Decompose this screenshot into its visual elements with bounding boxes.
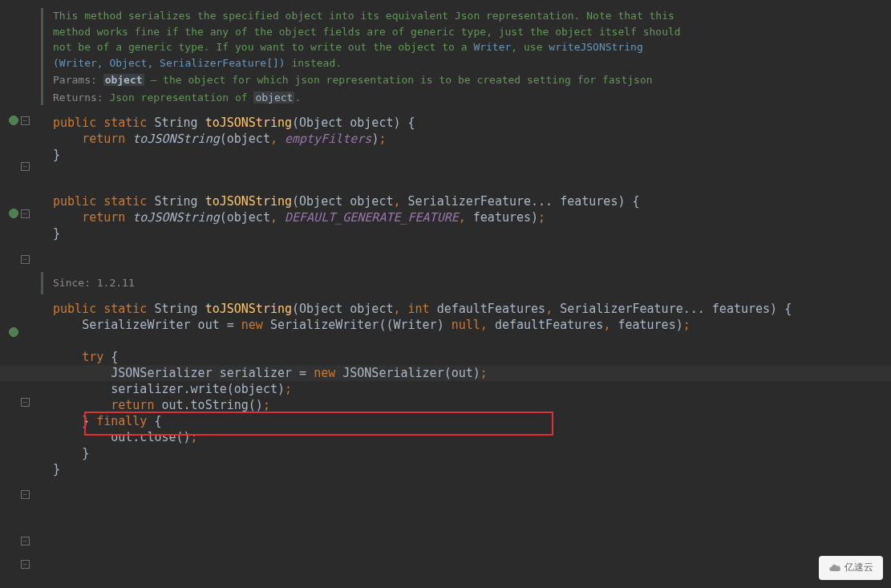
doc-instead: instead. bbox=[286, 57, 342, 69]
l2c2: , bbox=[603, 318, 618, 332]
method-2: public static String toJSONString(Object… bbox=[53, 193, 891, 241]
doc-link-method[interactable]: writeJSONString bbox=[549, 41, 642, 53]
features: features) bbox=[473, 210, 538, 225]
kw-new: new bbox=[241, 318, 263, 332]
kw-return: return bbox=[82, 132, 125, 146]
close: } bbox=[53, 148, 60, 162]
doc-use: , use bbox=[511, 41, 549, 53]
since-block: Since: 1.2.11 bbox=[41, 272, 891, 294]
c2: , bbox=[270, 210, 285, 225]
doc-line-3: not be of a generic type. If you want to… bbox=[53, 41, 473, 53]
kw-new: new bbox=[314, 366, 335, 380]
doc-param-name: object bbox=[103, 74, 144, 86]
semi3: ; bbox=[285, 382, 292, 396]
semi2: ; bbox=[480, 366, 488, 380]
doc-sig-feat[interactable]: SerializerFeature[] bbox=[160, 57, 279, 69]
args-open: (object bbox=[220, 132, 270, 146]
method-name: toJSONString bbox=[205, 116, 292, 130]
semi4: ; bbox=[263, 398, 270, 412]
method-name: toJSONString bbox=[205, 194, 292, 209]
doc-sig-close: ) bbox=[279, 57, 286, 69]
doc-sig-object[interactable]: Object bbox=[109, 57, 147, 69]
kw-null: null bbox=[452, 318, 480, 332]
write: serializer.write(object) bbox=[111, 382, 285, 396]
method-name: toJSONString bbox=[205, 302, 292, 316]
doc-sig-open: ( bbox=[53, 57, 59, 69]
call: toJSONString bbox=[125, 132, 219, 146]
ret-type: String bbox=[147, 116, 205, 130]
ser-call: JSONSerializer(out) bbox=[335, 366, 480, 380]
doc-sig-c2: , bbox=[147, 57, 160, 69]
close: } bbox=[53, 226, 60, 241]
doc-returns-label: Returns: bbox=[53, 91, 109, 103]
interface-indicator-icon[interactable] bbox=[8, 208, 19, 219]
kw-int: int bbox=[408, 302, 430, 316]
doc-params-label: Params: bbox=[53, 74, 103, 86]
method-3: public static String toJSONString(Object… bbox=[53, 301, 891, 477]
kw-finally: finally bbox=[96, 414, 147, 428]
doc-line-1: This method serializes the specified obj… bbox=[53, 10, 674, 22]
javadoc-block: This method serializes the specified obj… bbox=[41, 8, 891, 105]
try-open: { bbox=[103, 350, 118, 364]
ret-type: String bbox=[147, 302, 205, 316]
kw-try: try bbox=[82, 350, 103, 364]
c3: , bbox=[459, 210, 473, 225]
kw-public-static: public static bbox=[53, 302, 147, 316]
l2c1: , bbox=[480, 318, 495, 332]
kw-return: return bbox=[111, 398, 154, 412]
doc-returns-pre: Json representation of bbox=[109, 91, 253, 103]
doc-returns-code: object bbox=[253, 91, 294, 103]
code-editor[interactable]: − − − − − − − − This method serializes t… bbox=[0, 0, 891, 588]
doc-returns-post: . bbox=[294, 91, 301, 103]
call: toJSONString bbox=[125, 210, 219, 225]
ser-pre: JSONSerializer serializer = bbox=[111, 366, 314, 380]
c1: , bbox=[393, 302, 407, 316]
kw-public-static: public static bbox=[53, 116, 147, 130]
sig-open: (Object object bbox=[292, 302, 393, 316]
kw-public-static: public static bbox=[53, 194, 147, 209]
kw-return: return bbox=[82, 210, 125, 225]
interface-indicator-icon[interactable] bbox=[8, 326, 19, 338]
l2-f: features) bbox=[618, 318, 682, 332]
doc-param-desc: – the object for which json representati… bbox=[144, 74, 653, 86]
close-call: out.close() bbox=[111, 430, 190, 444]
since-value: 1.2.11 bbox=[97, 277, 135, 289]
sig: (Object object) { bbox=[292, 116, 415, 130]
ret-call: out.toString() bbox=[154, 398, 262, 412]
since-label: Since: bbox=[53, 277, 97, 289]
method-1: public static String toJSONString(Object… bbox=[53, 115, 891, 163]
watermark-text: 亿速云 bbox=[844, 561, 873, 574]
df: defaultFeatures bbox=[430, 302, 546, 316]
feat: SerializerFeature... features) { bbox=[560, 302, 792, 316]
c1: , bbox=[393, 194, 407, 209]
gutter: − − − − − − − − bbox=[0, 0, 29, 588]
comma: , bbox=[270, 132, 285, 146]
doc-sig-writer[interactable]: Writer bbox=[59, 57, 97, 69]
try-close: } bbox=[82, 414, 96, 428]
semi: ; bbox=[379, 132, 386, 146]
finally-open: { bbox=[147, 414, 161, 428]
highlighted-line: JSONSerializer serializer = new JSONSeri… bbox=[0, 365, 891, 381]
filters: emptyFilters bbox=[285, 132, 371, 146]
doc-link-writer[interactable]: Writer bbox=[473, 41, 511, 53]
finally-close: } bbox=[82, 446, 89, 460]
args-open: (object bbox=[220, 210, 270, 225]
doc-sig-c1: , bbox=[97, 57, 110, 69]
c2: , bbox=[545, 302, 560, 316]
watermark-badge: 亿速云 bbox=[819, 556, 883, 580]
l2-call: SerializeWriter((Writer) bbox=[263, 318, 452, 332]
feat: SerializerFeature... features) { bbox=[408, 194, 640, 209]
close: } bbox=[53, 462, 60, 476]
semi: ; bbox=[538, 210, 545, 225]
semi5: ; bbox=[191, 430, 198, 444]
l2-pre: SerializeWriter out = bbox=[82, 318, 241, 332]
sig-open: (Object object bbox=[292, 194, 393, 209]
interface-indicator-icon[interactable] bbox=[8, 115, 19, 126]
ret-type: String bbox=[147, 194, 205, 209]
l2-df: defaultFeatures bbox=[495, 318, 603, 332]
code-content[interactable]: This method serializes the specified obj… bbox=[29, 0, 891, 588]
default-feat: DEFAULT_GENERATE_FEATURE bbox=[285, 210, 459, 225]
semi1: ; bbox=[683, 318, 691, 332]
cloud-icon bbox=[828, 562, 841, 574]
doc-line-2: method works fine if the any of the obje… bbox=[53, 26, 681, 38]
